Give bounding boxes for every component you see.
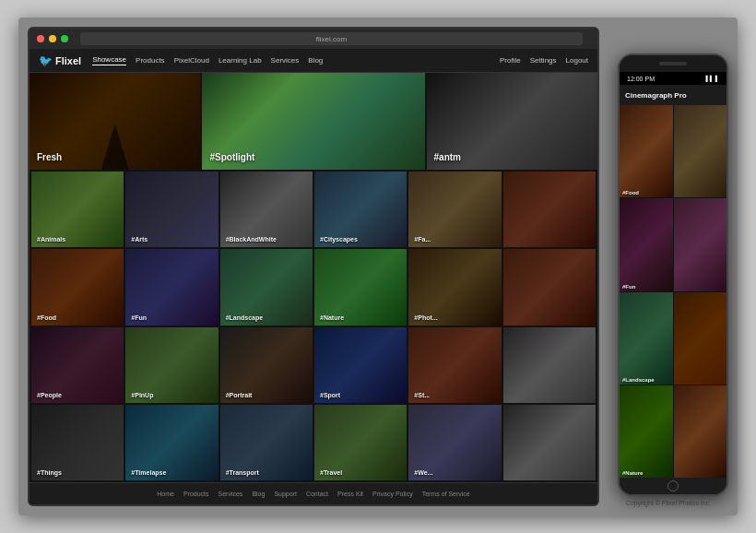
- nav-logo: 🐦 Flixel: [39, 54, 81, 67]
- nav-pixelcloud[interactable]: PixelCloud: [174, 56, 209, 65]
- nav-logout[interactable]: Logout: [566, 56, 588, 65]
- phone-tile-dance[interactable]: [674, 198, 727, 290]
- grid-label-city: #Cityscapes: [316, 233, 361, 245]
- grid-tile-travel[interactable]: #Travel: [314, 405, 407, 480]
- grid-tile-si3[interactable]: #St...: [408, 327, 501, 403]
- grid-tile-city[interactable]: #Cityscapes: [314, 172, 407, 247]
- nav-right: Profile Settings Logout: [500, 56, 588, 65]
- grid-tile-nature[interactable]: #Nature: [314, 249, 407, 325]
- grid-tile-arts[interactable]: #Arts: [125, 172, 218, 247]
- phone-app-title: Cinemagraph Pro: [625, 91, 687, 100]
- footer-privacy[interactable]: Privacy Policy: [372, 491, 413, 497]
- nav-items: Showcase Products PixelCloud Learning La…: [92, 55, 323, 65]
- footer-support[interactable]: Support: [274, 491, 297, 497]
- phone-status-bar: 12:00 PM ▌▌ ▌: [620, 72, 726, 85]
- monitor: flixel.com 🐦 Flixel Showcase Products Pi…: [28, 27, 599, 506]
- nav-blog[interactable]: Blog: [308, 56, 323, 65]
- grid-tile-phot[interactable]: #Phot...: [408, 249, 501, 325]
- grid-label-arts: #Arts: [127, 233, 151, 245]
- hero-label-fresh: Fresh: [37, 152, 62, 162]
- hero-label-antm: #antm: [434, 152, 461, 162]
- phone-tile-drinks[interactable]: [674, 105, 727, 197]
- maximize-button[interactable]: [61, 35, 68, 42]
- hero-tile-antm[interactable]: #antm: [427, 73, 597, 170]
- phone-tile-nature[interactable]: #Nature: [620, 385, 673, 478]
- grid-tile-timelapse[interactable]: #Timelapse: [125, 405, 218, 480]
- grid-label-food: #Food: [33, 312, 60, 324]
- phone-notch: [620, 55, 726, 72]
- grid-tile-food[interactable]: #Food: [31, 249, 124, 325]
- hero-tile-fresh[interactable]: Fresh: [30, 73, 200, 170]
- footer-blog[interactable]: Blog: [252, 491, 265, 497]
- grid-label-phot: #Phot...: [410, 312, 441, 324]
- grid-label-pinup: #PinUp: [127, 389, 157, 401]
- phone: 12:00 PM ▌▌ ▌ Cinemagraph Pro #Food #Fun…: [618, 53, 728, 496]
- grid-tile-fa[interactable]: #Fa...: [408, 172, 501, 247]
- phone-status-icons: ▌▌ ▌: [706, 76, 719, 81]
- footer-presskit[interactable]: Press Kit: [337, 491, 363, 497]
- hero-tile-spotlight[interactable]: #Spotlight: [202, 73, 424, 170]
- phone-time: 12:00 PM: [627, 76, 655, 82]
- close-button[interactable]: [37, 35, 44, 42]
- grid-tile-si1[interactable]: [503, 172, 596, 247]
- hero-label-spotlight: #Spotlight: [209, 152, 254, 162]
- grid-label-transport: #Transport: [222, 467, 263, 479]
- phone-label-food: #Food: [622, 190, 639, 195]
- grid-tile-sport[interactable]: #Sport: [314, 327, 407, 403]
- grid-tile-people[interactable]: #People: [31, 327, 124, 403]
- nav-products[interactable]: Products: [136, 56, 165, 65]
- grid-tile-bw[interactable]: #BlackAndWhite: [220, 172, 313, 247]
- phone-tile-fun[interactable]: #Fun: [620, 198, 673, 290]
- grid-tile-fun[interactable]: #Fun: [125, 249, 218, 325]
- footer-home[interactable]: Home: [157, 491, 174, 497]
- nav-services[interactable]: Services: [271, 56, 300, 65]
- nav-showcase[interactable]: Showcase: [92, 55, 126, 65]
- grid-tile-last[interactable]: [503, 405, 596, 480]
- grid-tile-si2[interactable]: [503, 249, 596, 325]
- grid-label-we: #We...: [410, 467, 436, 479]
- grid-tile-portrait[interactable]: #Portrait: [220, 327, 313, 403]
- copyright-text: Copyright © Flixel Photos Inc.: [626, 500, 711, 506]
- phone-tile-landscape[interactable]: #Landscape: [620, 292, 673, 385]
- grid-label-portrait: #Portrait: [222, 389, 256, 401]
- grid-label-nature: #Nature: [316, 312, 348, 324]
- grid-tile-we[interactable]: #We...: [408, 405, 501, 480]
- monitor-top-bar: flixel.com: [30, 29, 597, 49]
- phone-tile-food[interactable]: #Food: [620, 105, 673, 197]
- logo-text: Flixel: [55, 55, 81, 66]
- footer-services[interactable]: Services: [219, 491, 243, 497]
- footer-products[interactable]: Products: [183, 491, 209, 497]
- grid-tile-animals[interactable]: #Animals: [31, 172, 124, 247]
- grid-label-fa: #Fa...: [410, 233, 434, 245]
- grid-tile-si4[interactable]: [503, 327, 596, 403]
- address-bar[interactable]: flixel.com: [80, 32, 583, 45]
- grid-tile-landscape[interactable]: #Landscape: [220, 249, 313, 325]
- phone-grid: #Food #Fun #Landscape #Nature: [620, 105, 726, 478]
- phone-tile-extra[interactable]: [674, 385, 727, 478]
- grid-label-si1: [505, 240, 513, 245]
- grid-label-things: #Things: [33, 467, 65, 479]
- bird-icon: 🐦: [39, 54, 53, 67]
- footer-contact[interactable]: Contact: [306, 491, 328, 497]
- phone-label-landscape: #Landscape: [622, 377, 655, 383]
- grid-label-bw: #BlackAndWhite: [222, 233, 280, 245]
- phone-home-button[interactable]: [667, 480, 679, 492]
- phone-wrapper: 12:00 PM ▌▌ ▌ Cinemagraph Pro #Food #Fun…: [608, 27, 728, 506]
- nav-settings[interactable]: Settings: [530, 56, 557, 65]
- phone-speaker: [659, 62, 687, 65]
- main-wrapper: flixel.com 🐦 Flixel Showcase Products Pi…: [18, 18, 738, 515]
- footer-tos[interactable]: Terms of Service: [422, 491, 470, 497]
- monitor-screen: 🐦 Flixel Showcase Products PixelCloud Le…: [30, 49, 597, 504]
- minimize-button[interactable]: [49, 35, 56, 42]
- nav-profile[interactable]: Profile: [500, 56, 521, 65]
- phone-tile-autumn[interactable]: [674, 292, 727, 385]
- grid-label-fun: #Fun: [127, 312, 150, 324]
- grid-label-timelapse: #Timelapse: [127, 467, 170, 479]
- grid-tile-things[interactable]: #Things: [31, 405, 124, 480]
- grid-tile-pinup[interactable]: #PinUp: [125, 327, 218, 403]
- grid-section: #Animals #Arts #BlackAndWhite #Cityscape…: [30, 170, 597, 482]
- grid-tile-transport[interactable]: #Transport: [220, 405, 313, 480]
- grid-label-animals: #Animals: [33, 233, 69, 245]
- nav-learning[interactable]: Learning Lab: [219, 56, 262, 65]
- phone-label-nature: #Nature: [622, 470, 643, 476]
